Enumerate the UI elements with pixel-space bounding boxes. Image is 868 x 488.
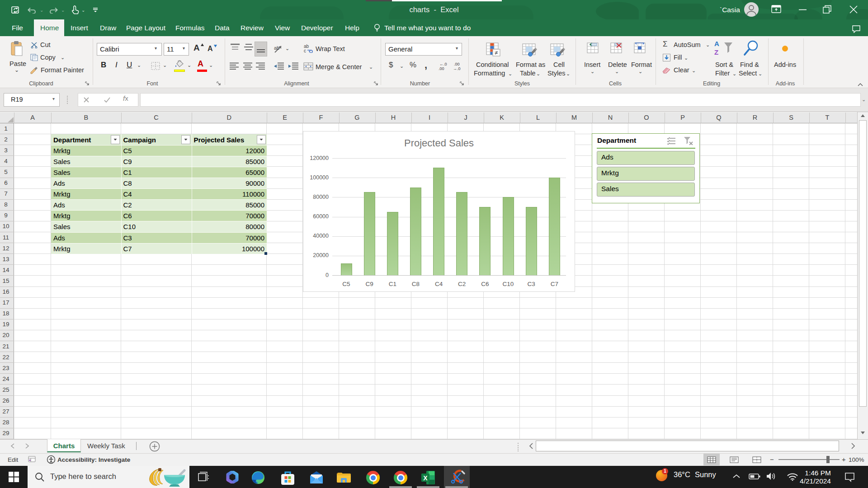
svg-text:ab: ab xyxy=(274,45,279,51)
svg-text:A: A xyxy=(714,40,719,47)
svg-text:c: c xyxy=(304,48,306,53)
svg-text:X: X xyxy=(423,474,428,482)
svg-text:.00: .00 xyxy=(454,62,460,66)
svg-text:←.0: ←.0 xyxy=(439,62,447,66)
svg-text:.00: .00 xyxy=(439,66,444,71)
svg-text:≠: ≠ xyxy=(495,49,498,56)
svg-text:Z: Z xyxy=(714,48,718,56)
svg-text:→.0: →.0 xyxy=(453,66,461,71)
